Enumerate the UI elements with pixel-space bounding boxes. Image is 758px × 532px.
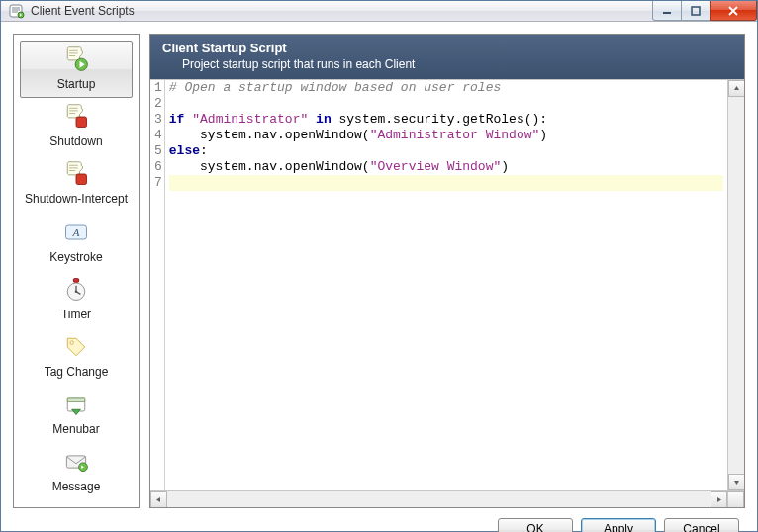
svg-rect-5	[76, 117, 87, 128]
vscroll-track[interactable]	[728, 97, 744, 474]
scroll-right-button[interactable]	[711, 491, 727, 507]
line-gutter: 1234567	[150, 80, 165, 490]
sidebar-item-label: Timer	[61, 309, 91, 321]
minimize-button[interactable]	[652, 1, 682, 21]
scroll-left-button[interactable]	[150, 491, 167, 507]
sidebar-item-label: Tag Change	[45, 366, 109, 379]
svg-rect-3	[692, 7, 700, 15]
sidebar-item-startup[interactable]: Startup	[20, 41, 133, 98]
svg-point-12	[70, 341, 74, 345]
titlebar[interactable]: Client Event Scripts	[1, 1, 757, 22]
vertical-scrollbar[interactable]	[727, 80, 744, 490]
hscroll-track[interactable]	[167, 491, 711, 507]
sidebar-item-label: Message	[52, 481, 101, 493]
apply-button[interactable]: Apply	[581, 518, 656, 533]
sidebar-item-message[interactable]: Message	[20, 443, 133, 500]
app-icon	[9, 3, 25, 19]
scroll-down-button[interactable]	[728, 474, 744, 490]
sidebar: StartupShutdownShutdown-InterceptAKeystr…	[13, 34, 140, 508]
client-area: StartupShutdownShutdown-InterceptAKeystr…	[1, 22, 757, 532]
window-title: Client Event Scripts	[31, 4, 653, 18]
menubar-icon	[62, 391, 90, 421]
close-button[interactable]	[710, 1, 757, 21]
sidebar-item-label: Keystroke	[49, 251, 102, 264]
timer-icon	[62, 276, 90, 307]
sidebar-item-label: Menubar	[52, 423, 99, 436]
header-subtitle: Project startup script that runs in each…	[162, 57, 732, 71]
sidebar-item-keystroke[interactable]: AKeystroke	[20, 214, 133, 271]
svg-rect-2	[663, 12, 671, 14]
sidebar-item-label: Startup	[57, 78, 96, 91]
sidebar-item-label: Shutdown	[49, 135, 102, 148]
scroll-up-button[interactable]	[728, 80, 744, 97]
sidebar-item-menubar[interactable]: Menubar	[20, 386, 133, 443]
svg-point-11	[75, 290, 78, 293]
main-header: Client Startup Script Project startup sc…	[150, 35, 744, 79]
code-area[interactable]: # Open a startup window based on user ro…	[165, 80, 727, 490]
script-stop-icon	[62, 160, 90, 191]
code-editor[interactable]: 1234567 # Open a startup window based on…	[150, 79, 744, 507]
svg-text:A: A	[72, 226, 80, 238]
maximize-button[interactable]	[681, 1, 711, 21]
sidebar-item-tag-change[interactable]: Tag Change	[20, 328, 133, 386]
tag-icon	[62, 333, 90, 364]
window-buttons	[653, 1, 757, 21]
sidebar-item-timer[interactable]: Timer	[20, 271, 133, 328]
script-play-icon	[62, 45, 90, 76]
main-panel: Client Startup Script Project startup sc…	[149, 34, 745, 508]
keystroke-icon: A	[62, 219, 90, 249]
dialog-buttons: OK Apply Cancel	[13, 518, 745, 533]
svg-rect-14	[67, 398, 85, 401]
scroll-corner	[727, 491, 744, 507]
sidebar-item-label: Shutdown-Intercept	[25, 193, 128, 206]
svg-rect-6	[76, 174, 87, 185]
dialog-window: Client Event Scripts StartupShutdownShut…	[0, 0, 758, 532]
sidebar-item-shutdown-intercept[interactable]: Shutdown-Intercept	[20, 155, 133, 213]
cancel-button[interactable]: Cancel	[664, 518, 739, 533]
horizontal-scrollbar[interactable]	[150, 490, 744, 507]
sidebar-item-shutdown[interactable]: Shutdown	[20, 98, 133, 155]
header-title: Client Startup Script	[162, 41, 732, 55]
script-stop-icon	[62, 103, 90, 133]
ok-button[interactable]: OK	[498, 518, 573, 533]
svg-rect-10	[73, 278, 78, 282]
message-icon	[62, 448, 90, 479]
